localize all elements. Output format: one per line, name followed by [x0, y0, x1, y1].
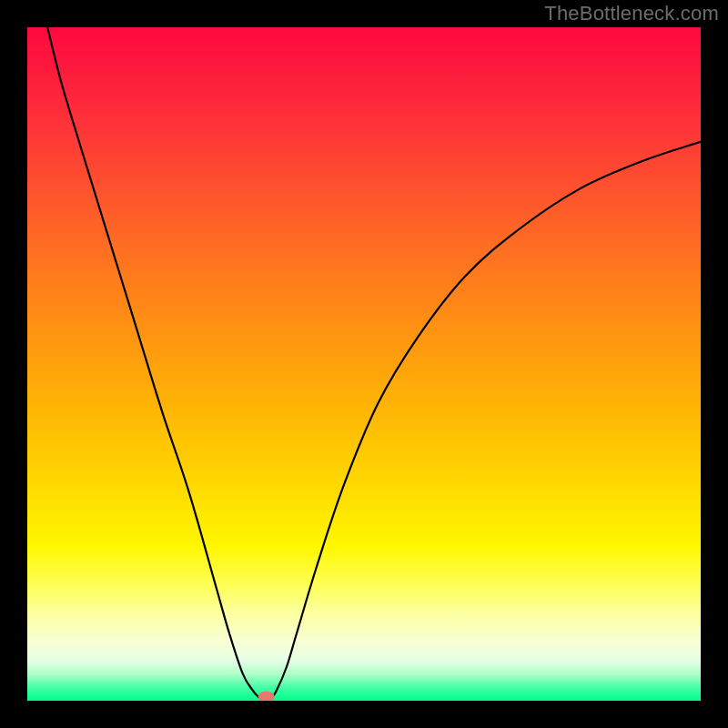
- curve-right: [269, 142, 701, 701]
- curve-svg: [27, 27, 701, 701]
- watermark-text: TheBottleneck.com: [544, 2, 719, 25]
- chart-frame: TheBottleneck.com: [0, 0, 728, 728]
- plot-area: [27, 27, 701, 701]
- minimum-marker: [258, 692, 275, 701]
- curve-left: [47, 27, 263, 701]
